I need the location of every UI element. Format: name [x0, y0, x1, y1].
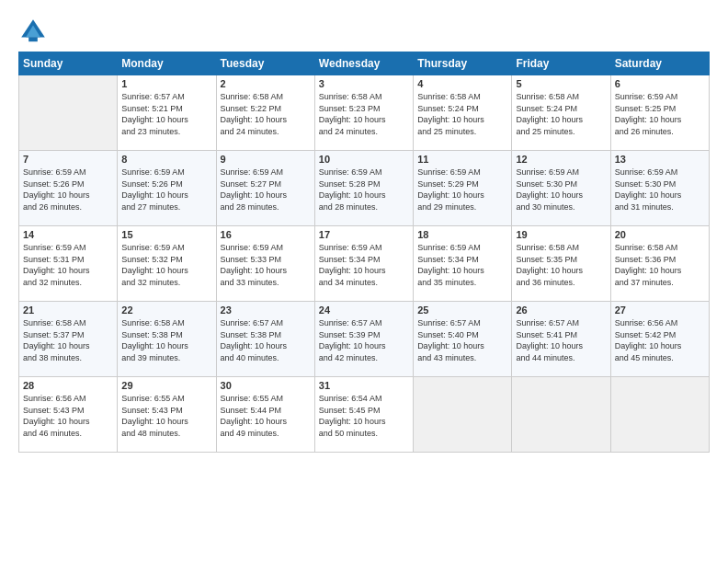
- day-cell: 13Sunrise: 6:59 AM Sunset: 5:30 PM Dayli…: [610, 151, 709, 226]
- day-number: 21: [23, 304, 113, 316]
- day-cell: 30Sunrise: 6:55 AM Sunset: 5:44 PM Dayli…: [216, 377, 314, 453]
- header-day: Tuesday: [216, 52, 314, 75]
- day-number: 16: [221, 229, 311, 240]
- page: SundayMondayTuesdayWednesdayThursdayFrid…: [0, 0, 728, 462]
- header-day: Thursday: [414, 52, 512, 75]
- day-number: 15: [121, 229, 211, 240]
- day-number: 1: [121, 78, 211, 89]
- day-cell: 31Sunrise: 6:54 AM Sunset: 5:45 PM Dayli…: [314, 377, 413, 453]
- day-info: Sunrise: 6:59 AM Sunset: 5:34 PM Dayligh…: [319, 242, 409, 288]
- day-cell: 24Sunrise: 6:57 AM Sunset: 5:39 PM Dayli…: [314, 302, 413, 377]
- day-cell: 4Sunrise: 6:58 AM Sunset: 5:24 PM Daylig…: [414, 75, 512, 151]
- day-info: Sunrise: 6:57 AM Sunset: 5:21 PM Dayligh…: [121, 91, 211, 137]
- logo: [18, 17, 51, 46]
- week-row: 28Sunrise: 6:56 AM Sunset: 5:43 PM Dayli…: [19, 377, 710, 453]
- header-day: Saturday: [610, 52, 709, 75]
- day-info: Sunrise: 6:59 AM Sunset: 5:26 PM Dayligh…: [121, 167, 211, 213]
- day-cell: 11Sunrise: 6:59 AM Sunset: 5:29 PM Dayli…: [414, 151, 512, 226]
- day-cell: 3Sunrise: 6:58 AM Sunset: 5:23 PM Daylig…: [314, 75, 413, 151]
- day-cell: [512, 377, 610, 453]
- day-number: 12: [516, 154, 606, 165]
- header-row: SundayMondayTuesdayWednesdayThursdayFrid…: [19, 52, 710, 75]
- day-cell: 20Sunrise: 6:58 AM Sunset: 5:36 PM Dayli…: [610, 226, 709, 302]
- week-row: 21Sunrise: 6:58 AM Sunset: 5:37 PM Dayli…: [19, 302, 710, 377]
- day-number: 26: [516, 304, 606, 316]
- header-day: Monday: [118, 52, 216, 75]
- day-cell: 9Sunrise: 6:59 AM Sunset: 5:27 PM Daylig…: [216, 151, 314, 226]
- day-cell: [19, 75, 118, 151]
- day-cell: 2Sunrise: 6:58 AM Sunset: 5:22 PM Daylig…: [216, 75, 314, 151]
- day-cell: 5Sunrise: 6:58 AM Sunset: 5:24 PM Daylig…: [512, 75, 610, 151]
- day-number: 14: [23, 229, 113, 240]
- day-number: 31: [319, 380, 409, 391]
- day-info: Sunrise: 6:58 AM Sunset: 5:23 PM Dayligh…: [319, 91, 409, 137]
- day-number: 29: [121, 380, 211, 391]
- day-cell: 10Sunrise: 6:59 AM Sunset: 5:28 PM Dayli…: [314, 151, 413, 226]
- day-number: 19: [516, 229, 606, 240]
- day-number: 30: [221, 380, 311, 391]
- day-cell: 26Sunrise: 6:57 AM Sunset: 5:41 PM Dayli…: [512, 302, 610, 377]
- day-cell: 12Sunrise: 6:59 AM Sunset: 5:30 PM Dayli…: [512, 151, 610, 226]
- day-info: Sunrise: 6:59 AM Sunset: 5:33 PM Dayligh…: [221, 242, 311, 288]
- day-info: Sunrise: 6:59 AM Sunset: 5:26 PM Dayligh…: [23, 167, 113, 213]
- day-info: Sunrise: 6:54 AM Sunset: 5:45 PM Dayligh…: [319, 393, 409, 439]
- day-cell: 7Sunrise: 6:59 AM Sunset: 5:26 PM Daylig…: [19, 151, 118, 226]
- day-number: 17: [319, 229, 409, 240]
- day-info: Sunrise: 6:55 AM Sunset: 5:43 PM Dayligh…: [121, 393, 211, 439]
- day-number: 7: [23, 154, 113, 165]
- day-cell: 17Sunrise: 6:59 AM Sunset: 5:34 PM Dayli…: [314, 226, 413, 302]
- day-info: Sunrise: 6:59 AM Sunset: 5:32 PM Dayligh…: [121, 242, 211, 288]
- day-info: Sunrise: 6:58 AM Sunset: 5:24 PM Dayligh…: [516, 91, 606, 137]
- day-number: 9: [221, 154, 311, 165]
- day-cell: 6Sunrise: 6:59 AM Sunset: 5:25 PM Daylig…: [610, 75, 709, 151]
- day-info: Sunrise: 6:58 AM Sunset: 5:22 PM Dayligh…: [221, 91, 311, 137]
- day-info: Sunrise: 6:58 AM Sunset: 5:24 PM Dayligh…: [417, 91, 507, 137]
- day-number: 6: [615, 78, 705, 89]
- day-cell: 29Sunrise: 6:55 AM Sunset: 5:43 PM Dayli…: [118, 377, 216, 453]
- day-info: Sunrise: 6:59 AM Sunset: 5:25 PM Dayligh…: [615, 91, 705, 137]
- day-cell: 25Sunrise: 6:57 AM Sunset: 5:40 PM Dayli…: [414, 302, 512, 377]
- day-info: Sunrise: 6:58 AM Sunset: 5:37 PM Dayligh…: [23, 317, 113, 363]
- header: [18, 17, 710, 46]
- day-cell: 18Sunrise: 6:59 AM Sunset: 5:34 PM Dayli…: [414, 226, 512, 302]
- header-day: Friday: [512, 52, 610, 75]
- day-info: Sunrise: 6:58 AM Sunset: 5:36 PM Dayligh…: [615, 242, 705, 288]
- day-info: Sunrise: 6:57 AM Sunset: 5:41 PM Dayligh…: [516, 317, 606, 363]
- day-number: 28: [23, 380, 113, 391]
- week-row: 14Sunrise: 6:59 AM Sunset: 5:31 PM Dayli…: [19, 226, 710, 302]
- day-info: Sunrise: 6:55 AM Sunset: 5:44 PM Dayligh…: [221, 393, 311, 439]
- week-row: 1Sunrise: 6:57 AM Sunset: 5:21 PM Daylig…: [19, 75, 710, 151]
- day-info: Sunrise: 6:58 AM Sunset: 5:38 PM Dayligh…: [121, 317, 211, 363]
- day-number: 10: [319, 154, 409, 165]
- day-number: 2: [221, 78, 311, 89]
- day-number: 25: [417, 304, 507, 316]
- day-number: 18: [417, 229, 507, 240]
- day-cell: 22Sunrise: 6:58 AM Sunset: 5:38 PM Dayli…: [118, 302, 216, 377]
- day-number: 8: [121, 154, 211, 165]
- day-number: 13: [615, 154, 705, 165]
- header-day: Wednesday: [314, 52, 413, 75]
- day-info: Sunrise: 6:59 AM Sunset: 5:31 PM Dayligh…: [23, 242, 113, 288]
- day-info: Sunrise: 6:57 AM Sunset: 5:38 PM Dayligh…: [221, 317, 311, 363]
- day-number: 11: [417, 154, 507, 165]
- day-cell: [610, 377, 709, 453]
- day-number: 3: [319, 78, 409, 89]
- day-info: Sunrise: 6:59 AM Sunset: 5:34 PM Dayligh…: [417, 242, 507, 288]
- day-number: 4: [417, 78, 507, 89]
- day-cell: 28Sunrise: 6:56 AM Sunset: 5:43 PM Dayli…: [19, 377, 118, 453]
- day-info: Sunrise: 6:57 AM Sunset: 5:40 PM Dayligh…: [417, 317, 507, 363]
- calendar-table: SundayMondayTuesdayWednesdayThursdayFrid…: [18, 52, 710, 453]
- day-cell: 14Sunrise: 6:59 AM Sunset: 5:31 PM Dayli…: [19, 226, 118, 302]
- day-number: 23: [221, 304, 311, 316]
- svg-rect-2: [28, 37, 38, 41]
- logo-icon: [18, 17, 48, 46]
- day-info: Sunrise: 6:59 AM Sunset: 5:28 PM Dayligh…: [319, 167, 409, 213]
- day-info: Sunrise: 6:57 AM Sunset: 5:39 PM Dayligh…: [319, 317, 409, 363]
- day-info: Sunrise: 6:56 AM Sunset: 5:43 PM Dayligh…: [23, 393, 113, 439]
- day-cell: 19Sunrise: 6:58 AM Sunset: 5:35 PM Dayli…: [512, 226, 610, 302]
- day-cell: 23Sunrise: 6:57 AM Sunset: 5:38 PM Dayli…: [216, 302, 314, 377]
- day-number: 22: [121, 304, 211, 316]
- day-info: Sunrise: 6:59 AM Sunset: 5:27 PM Dayligh…: [221, 167, 311, 213]
- day-info: Sunrise: 6:59 AM Sunset: 5:29 PM Dayligh…: [417, 167, 507, 213]
- day-info: Sunrise: 6:59 AM Sunset: 5:30 PM Dayligh…: [615, 167, 705, 213]
